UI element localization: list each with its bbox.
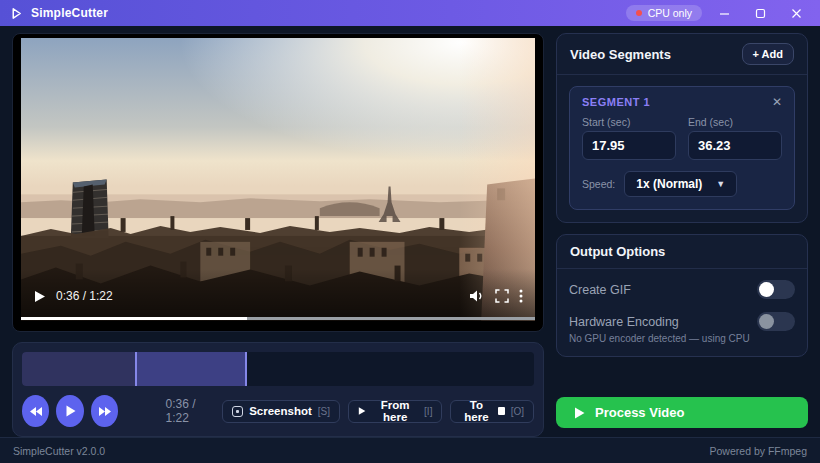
rewind-icon — [29, 406, 43, 417]
fast-forward-button[interactable] — [91, 395, 118, 427]
maximize-button[interactable] — [746, 3, 774, 23]
speed-selected-value: 1x (Normal) — [636, 177, 702, 191]
from-here-label: From here — [372, 399, 418, 423]
play-icon — [65, 405, 76, 417]
screenshot-shortcut: [S] — [318, 406, 330, 417]
player-time-display: 0:36 / 1:22 — [56, 289, 113, 303]
output-panel-title: Output Options — [570, 244, 794, 259]
cpu-only-badge: CPU only — [626, 5, 702, 21]
create-gif-toggle[interactable] — [757, 280, 795, 299]
mark-in-play-icon — [358, 406, 366, 416]
screenshot-icon — [232, 406, 243, 417]
to-here-label: To here — [460, 399, 492, 423]
video-player[interactable]: 0:36 / 1:22 — [12, 33, 544, 332]
remove-segment-button[interactable]: ✕ — [772, 96, 782, 108]
add-segment-button[interactable]: + Add — [742, 43, 794, 65]
statusbar: SimpleCutter v2.0.0 Powered by FFmpeg — [0, 437, 820, 463]
app-logo-play-icon — [10, 7, 23, 20]
segment-name: SEGMENT 1 — [582, 96, 772, 108]
maximize-icon — [755, 8, 766, 19]
screenshot-label: Screenshot — [249, 405, 312, 417]
screenshot-button[interactable]: Screenshot [S] — [222, 400, 340, 423]
main-content: 0:36 / 1:22 — [0, 26, 820, 437]
close-button[interactable] — [782, 3, 810, 23]
volume-icon[interactable] — [469, 289, 485, 303]
fullscreen-icon[interactable] — [495, 289, 509, 303]
speed-select[interactable]: 1x (Normal) ▼ — [624, 171, 737, 197]
cpu-badge-label: CPU only — [648, 7, 692, 19]
to-here-button[interactable]: To here [O] — [450, 400, 534, 423]
app-title: SimpleCutter — [31, 6, 108, 20]
transport-controls: 0:36 / 1:22 Screenshot [S] From here [I]… — [22, 395, 534, 427]
speed-label: Speed: — [582, 178, 615, 190]
video-controls-bar: 0:36 / 1:22 — [21, 283, 535, 309]
gpu-note: No GPU encoder detected — using CPU — [569, 333, 795, 344]
start-label: Start (sec) — [582, 116, 676, 128]
powered-by: Powered by FFmpeg — [710, 445, 807, 457]
more-options-icon[interactable] — [519, 289, 523, 303]
fast-forward-icon — [98, 406, 112, 417]
hardware-encoding-label: Hardware Encoding — [569, 315, 757, 329]
status-dot-icon — [636, 10, 642, 16]
create-gif-label: Create GIF — [569, 283, 757, 297]
segment-card: SEGMENT 1 ✕ Start (sec) End (sec) — [569, 86, 795, 210]
player-progress-fill — [21, 317, 247, 320]
from-here-shortcut: [I] — [424, 406, 432, 417]
play-pause-button[interactable] — [56, 395, 83, 427]
toggle-knob — [759, 314, 774, 329]
timeline-track[interactable] — [22, 352, 534, 386]
process-video-button[interactable]: Process Video — [556, 397, 808, 428]
titlebar: SimpleCutter CPU only — [0, 0, 820, 26]
segments-panel-title: Video Segments — [570, 47, 742, 62]
player-progress-bar[interactable] — [21, 317, 535, 320]
app-version: SimpleCutter v2.0.0 — [13, 445, 105, 457]
minimize-button[interactable] — [710, 3, 738, 23]
mark-out-stop-icon — [498, 407, 504, 415]
process-video-label: Process Video — [595, 405, 684, 420]
timeline-time-display: 0:36 / 1:22 — [165, 397, 214, 425]
player-play-icon[interactable] — [33, 290, 46, 303]
to-here-shortcut: [O] — [511, 406, 524, 417]
close-icon — [791, 8, 802, 19]
end-label: End (sec) — [688, 116, 782, 128]
hardware-encoding-toggle[interactable] — [757, 312, 795, 331]
end-input[interactable] — [688, 131, 782, 160]
timeline-segment-region[interactable] — [135, 352, 248, 386]
video-segments-panel: Video Segments + Add SEGMENT 1 ✕ Start (… — [556, 33, 808, 223]
chevron-down-icon: ▼ — [716, 179, 725, 189]
process-play-icon — [574, 407, 585, 419]
toggle-knob — [759, 282, 774, 297]
minimize-icon — [719, 8, 730, 19]
from-here-button[interactable]: From here [I] — [348, 400, 442, 423]
timeline-panel: 0:36 / 1:22 Screenshot [S] From here [I]… — [12, 342, 544, 437]
start-input[interactable] — [582, 131, 676, 160]
output-options-panel: Output Options Create GIF Hardware Encod… — [556, 234, 808, 357]
rewind-button[interactable] — [22, 395, 49, 427]
